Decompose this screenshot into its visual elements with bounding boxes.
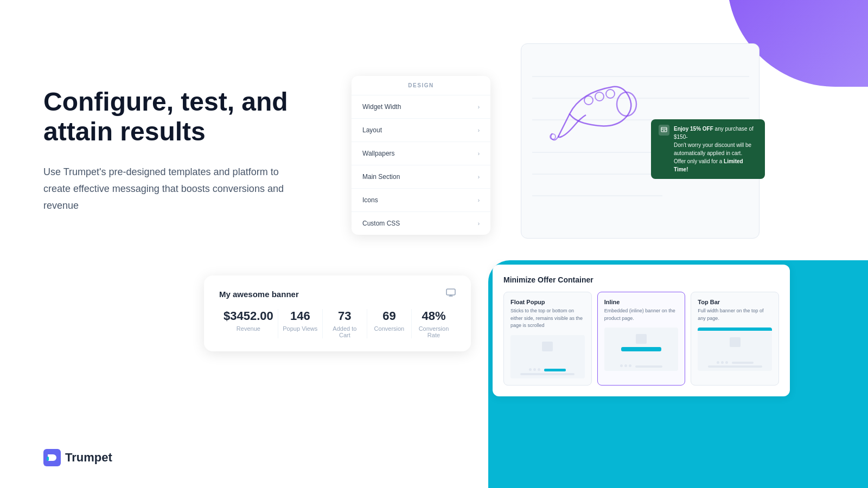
offer-card-desc: Full width banner on the top of any page… bbox=[698, 307, 772, 322]
logo-area: Trumpet bbox=[43, 449, 112, 466]
design-item-label: Main Section bbox=[362, 173, 400, 181]
main-heading: Configure, test, and attain results bbox=[43, 87, 304, 146]
mockup-dot bbox=[533, 368, 536, 371]
stat-conversion-rate: 48% Conversion Rate bbox=[412, 309, 456, 338]
mockup-image bbox=[636, 334, 647, 344]
design-item-label: Icons bbox=[362, 196, 378, 204]
stat-value: 69 bbox=[372, 309, 407, 323]
mockup-dot bbox=[717, 361, 719, 364]
offer-card-desc: Sticks to the top or bottom on either si… bbox=[510, 307, 585, 330]
banner-name: My awesome banner bbox=[219, 290, 299, 299]
design-panel: DESIGN Widget Width › Layout › Wallpaper… bbox=[352, 76, 490, 235]
stat-value: $3452.00 bbox=[224, 309, 273, 323]
banner-stats-title: My awesome banner bbox=[219, 288, 456, 299]
design-item-wallpapers[interactable]: Wallpapers › bbox=[352, 142, 490, 165]
chevron-icon: › bbox=[478, 151, 480, 157]
offer-card-title: Top Bar bbox=[698, 299, 772, 305]
mockup-bar-gray bbox=[708, 365, 762, 368]
discount-badge: Enjoy 15% OFF any purchase of $150-Don't… bbox=[651, 119, 765, 179]
mockup-image bbox=[542, 342, 553, 351]
design-item-custom-css[interactable]: Custom CSS › bbox=[352, 212, 490, 235]
offer-card-top-bar[interactable]: Top Bar Full width banner on the top of … bbox=[691, 292, 779, 386]
design-item-layout[interactable]: Layout › bbox=[352, 119, 490, 142]
badge-row: Enjoy 15% OFF any purchase of $150-Don't… bbox=[659, 125, 757, 174]
mockup-dot bbox=[725, 361, 728, 364]
mockup-dot bbox=[620, 364, 623, 367]
minimize-title: Minimize Offer Container bbox=[503, 275, 779, 284]
mockup-bar-gray bbox=[520, 373, 575, 375]
monitor-icon bbox=[446, 288, 456, 299]
chevron-icon: › bbox=[478, 174, 480, 180]
top-bar-bar bbox=[698, 328, 772, 331]
mockup-dot bbox=[538, 368, 540, 371]
svg-rect-12 bbox=[446, 289, 455, 295]
design-item-icons[interactable]: Icons › bbox=[352, 189, 490, 212]
badge-icon bbox=[659, 125, 669, 136]
design-item-label: Widget Width bbox=[362, 103, 401, 111]
mockup-bottom bbox=[529, 368, 566, 371]
svg-rect-14 bbox=[47, 457, 49, 461]
stat-label: Conversion Rate bbox=[416, 325, 451, 338]
offer-card-inline[interactable]: Inline Embedded (inline) banner on the p… bbox=[597, 292, 686, 386]
top-bar-mockup bbox=[698, 328, 772, 371]
inline-mockup bbox=[604, 328, 679, 371]
trumpet-logo-icon bbox=[43, 449, 61, 466]
design-item-widget-width[interactable]: Widget Width › bbox=[352, 95, 490, 119]
svg-point-9 bbox=[606, 89, 615, 98]
mockup-line bbox=[635, 365, 662, 368]
offer-cards-row: Float Popup Sticks to the top or bottom … bbox=[503, 292, 779, 386]
stat-label: Added to Cart bbox=[327, 325, 362, 338]
stat-value: 146 bbox=[283, 309, 318, 323]
inline-bar bbox=[621, 347, 662, 351]
minimize-offer-container: Minimize Offer Container Float Popup Sti… bbox=[493, 265, 790, 396]
badge-text: Enjoy 15% OFF any purchase of $150-Don't… bbox=[674, 125, 757, 174]
mockup-dot bbox=[529, 368, 532, 371]
chevron-icon: › bbox=[478, 127, 480, 133]
badge-main-text: Enjoy 15% OFF any purchase of $150-Don't… bbox=[674, 126, 754, 172]
banner-stats-row: $3452.00 Revenue 146 Popup Views 73 Adde… bbox=[219, 309, 456, 338]
stat-conversion: 69 Conversion bbox=[367, 309, 412, 338]
design-item-main-section[interactable]: Main Section › bbox=[352, 165, 490, 189]
chevron-icon: › bbox=[478, 104, 480, 110]
chevron-icon: › bbox=[478, 197, 480, 203]
mockup-dot bbox=[624, 364, 627, 367]
mockup-bottom bbox=[717, 361, 754, 364]
stat-revenue: $3452.00 Revenue bbox=[219, 309, 278, 338]
svg-rect-11 bbox=[661, 127, 667, 132]
svg-point-6 bbox=[617, 92, 636, 116]
mockup-dot bbox=[629, 364, 631, 367]
design-item-label: Wallpapers bbox=[362, 150, 395, 157]
svg-point-8 bbox=[595, 92, 604, 101]
stat-value: 73 bbox=[327, 309, 362, 323]
mockup-line bbox=[732, 362, 754, 364]
mockup-bottom bbox=[620, 364, 662, 368]
stat-label: Popup Views bbox=[283, 325, 318, 332]
horn-illustration bbox=[537, 70, 646, 146]
float-popup-mockup bbox=[510, 335, 585, 378]
offer-card-title: Inline bbox=[604, 299, 679, 305]
stat-value: 48% bbox=[416, 309, 451, 323]
logo-text: Trumpet bbox=[65, 451, 112, 465]
stat-label: Conversion bbox=[372, 325, 407, 332]
offer-card-title: Float Popup bbox=[510, 299, 585, 305]
mockup-image bbox=[730, 337, 741, 347]
stat-label: Revenue bbox=[224, 325, 273, 332]
chevron-icon: › bbox=[478, 221, 480, 227]
svg-point-7 bbox=[584, 96, 593, 105]
design-item-label: Custom CSS bbox=[362, 220, 400, 227]
banner-stats-card: My awesome banner $3452.00 Revenue 146 P… bbox=[204, 275, 471, 351]
offer-card-desc: Embedded (inline) banner on the product … bbox=[604, 307, 679, 322]
mockup-bar bbox=[544, 369, 566, 371]
design-panel-header: DESIGN bbox=[352, 76, 490, 95]
design-item-label: Layout bbox=[362, 126, 382, 134]
mockup-dot bbox=[721, 361, 724, 364]
left-section: Configure, test, and attain results Use … bbox=[43, 87, 304, 214]
stat-popup-views: 146 Popup Views bbox=[278, 309, 323, 338]
offer-card-float-popup[interactable]: Float Popup Sticks to the top or bottom … bbox=[503, 292, 592, 386]
stat-added-to-cart: 73 Added to Cart bbox=[323, 309, 367, 338]
sub-text: Use Trumpet's pre-designed templates and… bbox=[43, 164, 304, 214]
